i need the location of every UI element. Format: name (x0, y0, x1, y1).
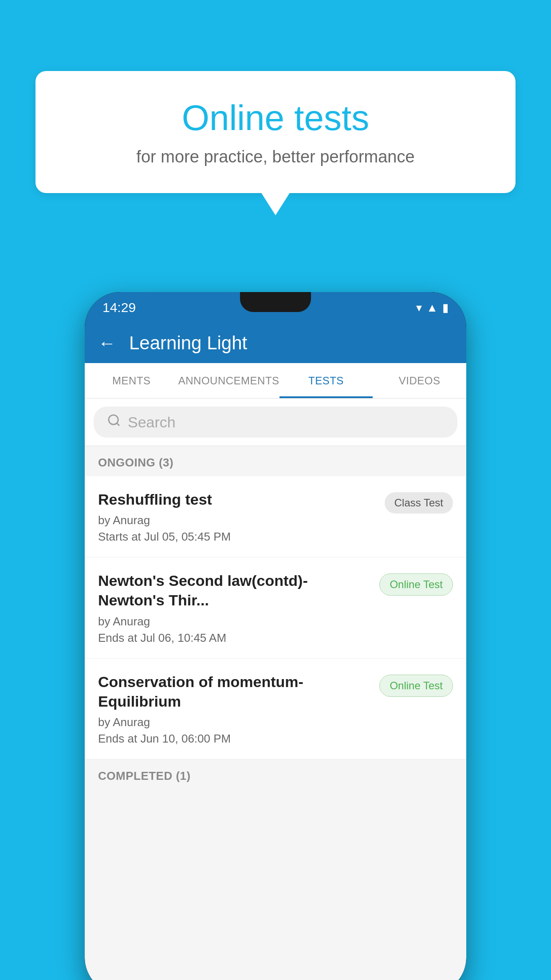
phone-screen: Search ONGOING (3) Reshuffling test by A… (85, 399, 466, 980)
test-list: Reshuffling test by Anurag Starts at Jul… (85, 476, 466, 759)
test-item[interactable]: Reshuffling test by Anurag Starts at Jul… (85, 476, 466, 557)
search-bar[interactable]: Search (94, 407, 457, 438)
tab-tests[interactable]: TESTS (279, 363, 373, 398)
tab-ments[interactable]: MENTS (85, 363, 178, 398)
test-author: by Anurag (98, 514, 376, 527)
test-badge-class: Class Test (385, 492, 453, 514)
svg-point-0 (109, 415, 118, 424)
test-item-content: Reshuffling test by Anurag Starts at Jul… (98, 490, 385, 544)
test-name: Conservation of momentum-Equilibrium (98, 672, 370, 711)
search-icon (107, 413, 121, 431)
phone-frame: 14:29 ▾ ▲ ▮ ← Learning Light MENTS ANNOU… (85, 292, 466, 980)
ongoing-label: ONGOING (3) (98, 456, 173, 469)
test-time: Ends at Jul 06, 10:45 AM (98, 631, 370, 645)
test-item-content: Conservation of momentum-Equilibrium by … (98, 672, 379, 746)
test-badge-online: Online Test (379, 573, 453, 596)
test-time: Starts at Jul 05, 05:45 PM (98, 530, 376, 544)
test-author: by Anurag (98, 715, 370, 729)
wifi-icon: ▾ (416, 301, 422, 315)
tab-bar: MENTS ANNOUNCEMENTS TESTS VIDEOS (85, 363, 466, 399)
completed-label: COMPLETED (1) (98, 769, 191, 782)
ongoing-section-header: ONGOING (3) (85, 446, 466, 476)
phone-notch (240, 292, 311, 312)
phone-inner: 14:29 ▾ ▲ ▮ ← Learning Light MENTS ANNOU… (85, 292, 466, 980)
speech-bubble-container: Online tests for more practice, better p… (35, 71, 516, 193)
search-bar-container: Search (85, 399, 466, 446)
completed-section-header: COMPLETED (1) (85, 759, 466, 790)
bubble-title: Online tests (71, 98, 480, 138)
tab-announcements[interactable]: ANNOUNCEMENTS (178, 363, 279, 398)
app-title: Learning Light (129, 332, 247, 354)
bubble-subtitle: for more practice, better performance (71, 147, 480, 166)
battery-icon: ▮ (442, 301, 449, 315)
test-name: Reshuffling test (98, 490, 376, 509)
app-header: ← Learning Light (85, 323, 466, 363)
search-placeholder: Search (128, 414, 176, 431)
test-name: Newton's Second law(contd)-Newton's Thir… (98, 571, 370, 610)
test-item-content: Newton's Second law(contd)-Newton's Thir… (98, 571, 379, 644)
test-item[interactable]: Conservation of momentum-Equilibrium by … (85, 659, 466, 759)
test-item[interactable]: Newton's Second law(contd)-Newton's Thir… (85, 557, 466, 658)
svg-line-1 (117, 423, 119, 426)
status-time: 14:29 (102, 300, 136, 315)
speech-bubble: Online tests for more practice, better p… (35, 71, 516, 193)
test-author: by Anurag (98, 615, 370, 628)
back-button[interactable]: ← (98, 333, 116, 353)
test-badge-online: Online Test (379, 675, 453, 697)
test-time: Ends at Jun 10, 06:00 PM (98, 732, 370, 746)
signal-icon: ▲ (426, 301, 438, 315)
status-icons: ▾ ▲ ▮ (416, 301, 449, 315)
tab-videos[interactable]: VIDEOS (373, 363, 466, 398)
